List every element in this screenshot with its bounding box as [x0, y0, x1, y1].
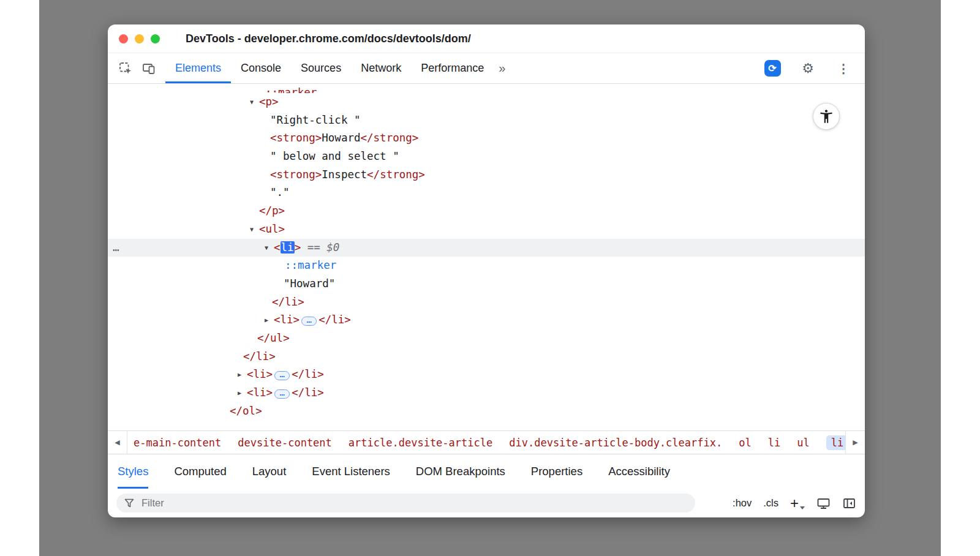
- dom-tree-row[interactable]: "Howard": [108, 275, 865, 293]
- inspect-cursor-icon: [119, 62, 132, 75]
- accessibility-icon: [818, 108, 834, 124]
- code-token: </li>: [318, 314, 351, 326]
- code-token: $0: [326, 241, 339, 254]
- tab-console[interactable]: Console: [231, 53, 291, 83]
- dom-tree-row[interactable]: <strong>Inspect</strong>: [108, 166, 865, 184]
- dom-tree-row[interactable]: </p>: [108, 202, 865, 220]
- filter-actions: :hov .cls +: [733, 496, 856, 511]
- breadcrumb-item-li[interactable]: li: [826, 435, 845, 450]
- inspect-button[interactable]: [114, 53, 137, 83]
- dom-tree-row[interactable]: "Right-click ": [108, 111, 865, 130]
- code-token: <strong>: [270, 168, 322, 181]
- styles-tab-layout[interactable]: Layout: [252, 454, 287, 489]
- clipped-marker-text: ::marker: [265, 84, 317, 93]
- breadcrumb-item-div-devsite-article-body-clearfix[interactable]: div.devsite-article-body.clearfix.: [509, 437, 722, 449]
- styles-filter-bar: :hov .cls +: [108, 489, 865, 517]
- code-token: <li>: [247, 368, 273, 380]
- gear-icon: ⚙: [802, 62, 814, 75]
- breadcrumb-item-ol[interactable]: ol: [739, 437, 751, 449]
- styles-tab-properties[interactable]: Properties: [531, 454, 582, 489]
- dom-tree-row[interactable]: ▼<ul>: [108, 220, 865, 239]
- sync-button[interactable]: ⟳: [761, 60, 784, 77]
- left-arrow-icon: ◀: [115, 438, 119, 446]
- caret-down-icon: [800, 506, 805, 509]
- dom-tree-row[interactable]: </li>: [108, 293, 865, 312]
- breadcrumb-item-e-main-content[interactable]: e-main-content: [134, 437, 221, 449]
- code-token: </strong>: [361, 132, 419, 144]
- accessibility-button[interactable]: [813, 103, 840, 130]
- dom-tree-row[interactable]: ▼<p>: [108, 93, 865, 111]
- dom-tree-row[interactable]: ::marker: [108, 84, 865, 93]
- code-token: "Howard": [284, 277, 335, 290]
- code-token: "Right-click ": [270, 114, 361, 126]
- disclosure-right-icon[interactable]: ▶: [234, 366, 245, 384]
- disclosure-down-icon[interactable]: ▼: [246, 220, 257, 239]
- dom-tree-row[interactable]: <strong>Howard</strong>: [108, 129, 865, 148]
- sync-icon: ⟳: [764, 60, 781, 77]
- double-chevron-icon: »: [499, 61, 505, 75]
- styles-tab-event-listeners[interactable]: Event Listeners: [312, 454, 390, 489]
- tab-network[interactable]: Network: [351, 53, 411, 83]
- tab-performance[interactable]: Performance: [411, 53, 494, 83]
- code-token: </li>: [243, 350, 276, 363]
- expand-children-button[interactable]: …: [274, 371, 290, 380]
- element-classes-button[interactable]: .cls: [763, 497, 778, 509]
- breadcrumb-scroll-right-button[interactable]: ▶: [845, 431, 865, 454]
- disclosure-down-icon[interactable]: ▼: [246, 93, 257, 111]
- dom-tree-row[interactable]: ::marker: [108, 257, 865, 275]
- expand-children-button[interactable]: …: [301, 317, 317, 326]
- dom-tree-row[interactable]: " below and select ": [108, 148, 865, 166]
- row-overflow-ellipsis[interactable]: …: [113, 239, 120, 257]
- more-tabs-button[interactable]: »: [494, 53, 510, 83]
- styles-tab-computed[interactable]: Computed: [174, 454, 226, 489]
- tab-elements[interactable]: Elements: [165, 53, 231, 83]
- dom-tree-row[interactable]: …▼<li> == $0: [108, 239, 865, 257]
- breadcrumb-item-devsite-content[interactable]: devsite-content: [238, 437, 332, 449]
- dom-tree-row[interactable]: ▶<li>…</li>: [108, 384, 865, 402]
- disclosure-right-icon[interactable]: ▶: [234, 384, 245, 402]
- devtools-tabs: ElementsConsoleSourcesNetworkPerformance: [165, 53, 494, 83]
- styles-tab-dom-breakpoints[interactable]: DOM Breakpoints: [416, 454, 505, 489]
- breadcrumb-scroll-left-button[interactable]: ◀: [108, 431, 127, 454]
- filter-input[interactable]: [140, 497, 687, 509]
- new-style-rule-button[interactable]: +: [790, 496, 805, 511]
- expand-children-button[interactable]: …: [274, 389, 290, 399]
- disclosure-down-icon[interactable]: ▼: [261, 239, 272, 257]
- dom-tree-row[interactable]: ".": [108, 184, 865, 202]
- monitor-icon: [816, 497, 831, 510]
- sidebar-toggle-button[interactable]: [842, 497, 856, 510]
- filter-field[interactable]: [116, 494, 695, 513]
- dom-tree-row[interactable]: </ol>: [108, 402, 865, 421]
- device-toolbar-button[interactable]: [137, 53, 160, 83]
- breadcrumb-item-article-devsite-article[interactable]: article.devsite-article: [349, 437, 492, 449]
- rendering-button[interactable]: [816, 497, 831, 510]
- tab-sources[interactable]: Sources: [291, 53, 351, 83]
- dom-tree-row[interactable]: </li>: [108, 348, 865, 366]
- window-title: DevTools - developer.chrome.com/docs/dev…: [186, 32, 471, 45]
- code-token: </ol>: [230, 405, 262, 417]
- menu-button[interactable]: ⋮: [832, 62, 855, 75]
- breadcrumb-item-li[interactable]: li: [768, 437, 780, 449]
- code-token: </li>: [292, 368, 324, 380]
- devtools-toolbar: ElementsConsoleSourcesNetworkPerformance…: [108, 53, 865, 84]
- toggle-element-state-button[interactable]: :hov: [733, 497, 752, 509]
- minimize-button[interactable]: [135, 34, 144, 43]
- kebab-icon: ⋮: [837, 62, 850, 75]
- close-button[interactable]: [119, 34, 128, 43]
- dom-tree-row[interactable]: ▶<li>…</li>: [108, 311, 865, 329]
- styles-tab-styles[interactable]: Styles: [118, 454, 148, 489]
- title-bar: DevTools - developer.chrome.com/docs/dev…: [108, 24, 865, 53]
- breadcrumb-item-ul[interactable]: ul: [797, 437, 809, 449]
- dom-tree-row[interactable]: ▶<li>…</li>: [108, 366, 865, 384]
- zoom-button[interactable]: [151, 34, 160, 43]
- device-toolbar-icon: [142, 62, 156, 75]
- breadcrumb-bar: ◀ e-main-contentdevsite-contentarticle.d…: [108, 430, 865, 454]
- styles-tab-accessibility[interactable]: Accessibility: [608, 454, 670, 489]
- devtools-window: DevTools - developer.chrome.com/docs/dev…: [108, 24, 865, 517]
- dom-tree-row[interactable]: </ul>: [108, 329, 865, 348]
- settings-button[interactable]: ⚙: [796, 62, 820, 75]
- code-token: Inspect: [322, 168, 367, 181]
- breadcrumb: e-main-contentdevsite-contentarticle.dev…: [127, 431, 845, 454]
- disclosure-right-icon[interactable]: ▶: [261, 311, 272, 329]
- code-token: </li>: [292, 386, 324, 399]
